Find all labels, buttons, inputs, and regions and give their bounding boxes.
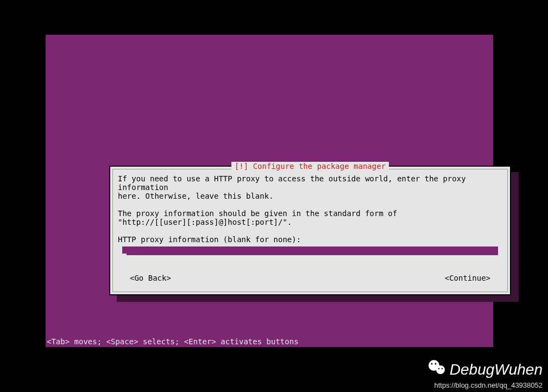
wechat-icon	[427, 358, 446, 381]
svg-point-1	[436, 365, 445, 374]
status-bar: <Tab> moves; <Space> selects; <Enter> ac…	[46, 336, 493, 347]
continue-button[interactable]: <Continue>	[445, 274, 490, 282]
svg-point-5	[442, 368, 443, 369]
watermark-url: https://blog.csdn.net/qq_43938052	[427, 381, 543, 389]
svg-point-2	[431, 363, 432, 365]
svg-point-4	[438, 368, 439, 369]
go-back-button[interactable]: <Go Back>	[130, 274, 171, 282]
dialog-buttons: <Go Back> <Continue>	[130, 274, 490, 282]
dialog-title: [!] Configure the package manager	[231, 162, 389, 170]
configure-proxy-dialog: [!] Configure the package manager If you…	[109, 166, 511, 295]
watermark-name: DebugWuhen	[450, 361, 543, 378]
installer-screen: [!] Configure the package manager If you…	[46, 35, 493, 347]
svg-point-3	[434, 363, 436, 365]
watermark: DebugWuhen https://blog.csdn.net/qq_4393…	[427, 358, 543, 389]
